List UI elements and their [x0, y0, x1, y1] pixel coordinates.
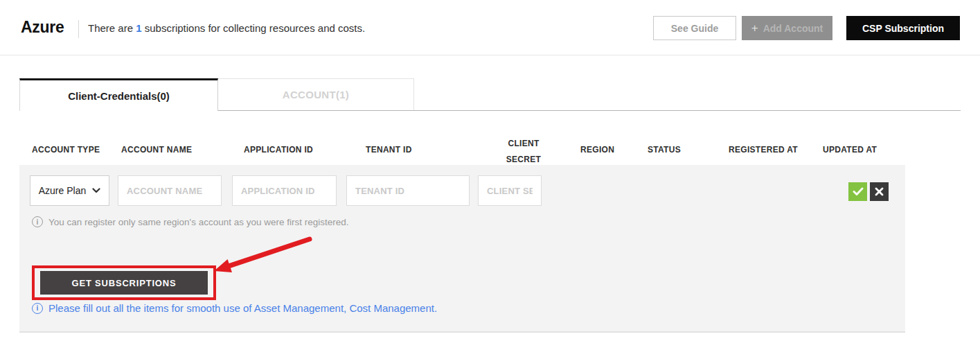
azure-accounts-page: Azure There are 1 subscriptions for coll… — [0, 0, 980, 341]
summary-suffix: subscriptions for collecting resources a… — [142, 22, 366, 34]
application-id-input[interactable] — [232, 175, 337, 206]
region-note-text: You can register only same region's acco… — [48, 217, 349, 227]
column-header-registered-at: REGISTERED AT — [729, 144, 798, 155]
column-header-account-name: ACCOUNT NAME — [121, 144, 192, 155]
column-header-region: REGION — [580, 144, 614, 155]
csp-subscription-button[interactable]: CSP Subscription — [846, 16, 960, 40]
add-account-label: Add Account — [763, 23, 823, 34]
info-icon: i — [32, 216, 43, 227]
tab-account-label: ACCOUNT(1) — [283, 89, 349, 100]
new-account-row-panel: Azure Plan i You can register only same … — [19, 165, 905, 333]
tenant-id-input[interactable] — [346, 175, 470, 206]
confirm-button[interactable] — [848, 182, 867, 201]
annotation-highlight-box: GET SUBSCRIPTIONS — [32, 265, 216, 300]
column-header-account-type: ACCOUNT TYPE — [32, 144, 100, 155]
account-type-select[interactable]: Azure Plan — [30, 175, 109, 206]
subscriptions-summary: There are 1 subscriptions for collecting… — [88, 22, 365, 34]
close-icon — [875, 187, 884, 196]
chevron-down-icon — [92, 188, 100, 193]
csp-subscription-label: CSP Subscription — [862, 23, 944, 34]
column-header-tenant-id: TENANT ID — [366, 144, 412, 155]
column-header-application-id: APPLICATION ID — [244, 144, 313, 155]
see-guide-button[interactable]: See Guide — [653, 16, 736, 40]
cancel-button[interactable] — [870, 182, 889, 201]
column-header-client-secret: CLIENT SECRET — [493, 136, 554, 168]
client-secret-input[interactable] — [478, 175, 542, 206]
summary-prefix: There are — [88, 22, 136, 34]
plus-icon: + — [751, 21, 758, 35]
add-account-button[interactable]: +Add Account — [742, 16, 832, 40]
tab-client-credentials-label: Client-Credentials(0) — [68, 90, 170, 102]
account-name-input[interactable] — [118, 175, 222, 206]
title-divider — [78, 20, 79, 38]
account-type-value: Azure Plan — [39, 185, 86, 196]
page-title: Azure — [21, 18, 64, 37]
fill-note: i Please fill out all the items for smoo… — [32, 302, 437, 314]
tab-account[interactable]: ACCOUNT(1) — [218, 78, 414, 110]
region-note: i You can register only same region's ac… — [32, 216, 349, 227]
column-header-status: STATUS — [648, 144, 681, 155]
column-header-updated-at: UPDATED AT — [823, 144, 877, 155]
get-subscriptions-button[interactable]: GET SUBSCRIPTIONS — [40, 271, 208, 295]
tab-client-credentials[interactable]: Client-Credentials(0) — [19, 78, 218, 111]
check-icon — [853, 187, 864, 196]
info-icon: i — [32, 303, 43, 314]
subscription-count: 1 — [136, 22, 141, 34]
see-guide-label: See Guide — [671, 23, 718, 34]
page-header: Azure There are 1 subscriptions for coll… — [0, 0, 980, 55]
fill-note-text: Please fill out all the items for smooth… — [48, 302, 437, 314]
